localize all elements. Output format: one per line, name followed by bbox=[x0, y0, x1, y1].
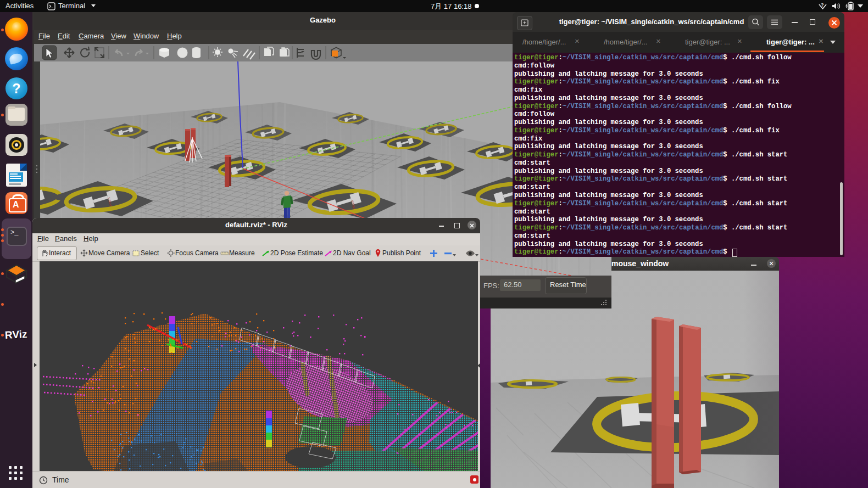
svg-text:?: ? bbox=[821, 2, 824, 8]
